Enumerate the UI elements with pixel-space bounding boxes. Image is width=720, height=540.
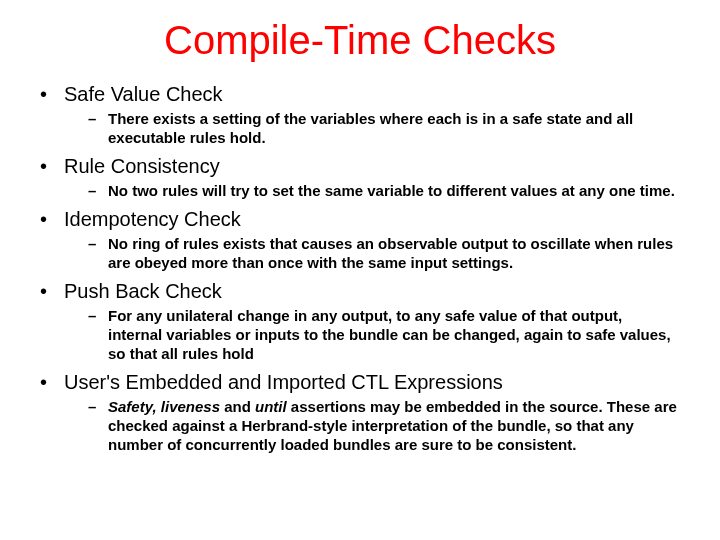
item-sub: Safety, liveness and until assertions ma… bbox=[108, 397, 690, 454]
item-heading: Safe Value Check bbox=[64, 81, 223, 107]
bullet-icon: • bbox=[40, 278, 64, 304]
bullet-icon: • bbox=[40, 81, 64, 107]
item-heading: Rule Consistency bbox=[64, 153, 220, 179]
list-item: • Rule Consistency – No two rules will t… bbox=[40, 153, 690, 200]
item-heading: User's Embedded and Imported CTL Express… bbox=[64, 369, 503, 395]
bullet-icon: • bbox=[40, 206, 64, 232]
dash-icon: – bbox=[88, 109, 108, 128]
slide: Compile-Time Checks • Safe Value Check –… bbox=[0, 0, 720, 540]
dash-icon: – bbox=[88, 397, 108, 416]
list-item: • Idempotency Check – No ring of rules e… bbox=[40, 206, 690, 272]
item-sub: For any unilateral change in any output,… bbox=[108, 306, 690, 363]
item-sub: No ring of rules exists that causes an o… bbox=[108, 234, 690, 272]
item-sub: There exists a setting of the variables … bbox=[108, 109, 690, 147]
dash-icon: – bbox=[88, 234, 108, 253]
slide-title: Compile-Time Checks bbox=[30, 18, 690, 63]
bullet-list: • Safe Value Check – There exists a sett… bbox=[30, 81, 690, 454]
bullet-icon: • bbox=[40, 369, 64, 395]
list-item: • User's Embedded and Imported CTL Expre… bbox=[40, 369, 690, 454]
list-item: • Push Back Check – For any unilateral c… bbox=[40, 278, 690, 363]
item-heading: Idempotency Check bbox=[64, 206, 241, 232]
dash-icon: – bbox=[88, 181, 108, 200]
dash-icon: – bbox=[88, 306, 108, 325]
item-sub: No two rules will try to set the same va… bbox=[108, 181, 685, 200]
bullet-icon: • bbox=[40, 153, 64, 179]
list-item: • Safe Value Check – There exists a sett… bbox=[40, 81, 690, 147]
item-heading: Push Back Check bbox=[64, 278, 222, 304]
